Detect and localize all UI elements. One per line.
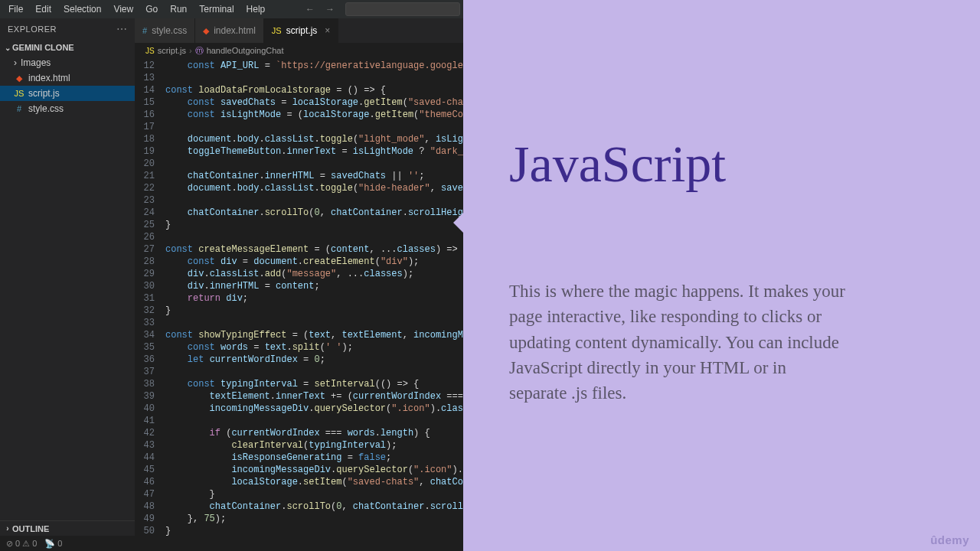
code-editor[interactable]: 1213141516171819202122232425262728293031… <box>135 58 463 551</box>
slide-body: This is where the magic happens. It make… <box>509 279 846 406</box>
menu-edit[interactable]: Edit <box>30 2 57 17</box>
tab-style-css[interactable]: # style.css <box>135 18 195 43</box>
breadcrumb-file: script.js <box>158 46 186 55</box>
editor-area: # style.css ◆ index.html JS script.js × … <box>135 18 463 551</box>
close-tab-icon[interactable]: × <box>325 25 330 36</box>
tree-file-script-js[interactable]: JS script.js <box>0 86 135 101</box>
tree-file-style-css[interactable]: # style.css <box>0 101 135 116</box>
tab-index-html[interactable]: ◆ index.html <box>195 18 264 43</box>
css-file-icon: # <box>14 104 24 113</box>
explorer-more-icon[interactable]: ⋯ <box>116 23 128 35</box>
breadcrumb-symbol: handleOutgoingChat <box>207 46 284 55</box>
html-file-icon: ◆ <box>203 26 209 36</box>
chevron-down-icon: ⌄ <box>3 44 12 52</box>
js-file-icon: JS <box>14 89 24 98</box>
menu-view[interactable]: View <box>108 2 139 17</box>
js-file-icon: JS <box>272 26 282 35</box>
tree-item-label: script.js <box>28 88 60 99</box>
slide-panel: JavaScript This is where the magic happe… <box>463 0 980 551</box>
menu-run[interactable]: Run <box>165 2 192 17</box>
menu-selection[interactable]: Selection <box>58 2 106 17</box>
tree-item-label: index.html <box>28 73 70 83</box>
tab-label: style.css <box>152 25 187 36</box>
menu-go[interactable]: Go <box>140 2 163 17</box>
nav-forward-icon[interactable]: → <box>322 4 338 15</box>
slide-title: JavaScript <box>509 134 934 194</box>
tree-item-label: style.css <box>28 103 64 114</box>
tree-folder-images[interactable]: › Images <box>0 55 135 70</box>
breadcrumb[interactable]: JS script.js › ⓜ handleOutgoingChat <box>135 43 463 58</box>
project-name: GEMINI CLONE <box>12 43 74 52</box>
tab-label: index.html <box>214 25 256 36</box>
tab-script-js[interactable]: JS script.js × <box>264 18 339 43</box>
pointer-arrow-icon <box>453 212 464 233</box>
chevron-right-icon: › <box>14 57 17 68</box>
statusbar: ⊘ 0 ⚠ 0 📡 0 <box>0 536 463 551</box>
explorer-sidebar: EXPLORER ⋯ ⌄ GEMINI CLONE › Images ◆ ind… <box>0 18 135 551</box>
tree-file-index-html[interactable]: ◆ index.html <box>0 70 135 86</box>
tab-label: script.js <box>286 25 318 36</box>
command-center-input[interactable] <box>345 2 460 16</box>
html-file-icon: ◆ <box>14 73 24 83</box>
vscode-window: File Edit Selection View Go Run Terminal… <box>0 0 463 551</box>
explorer-title: EXPLORER <box>8 24 57 34</box>
status-ports[interactable]: 📡 0 <box>44 539 62 549</box>
js-file-icon: JS <box>145 47 155 55</box>
tab-bar: # style.css ◆ index.html JS script.js × <box>135 18 463 43</box>
udemy-watermark: ûdemy <box>930 533 969 546</box>
css-file-icon: # <box>142 26 147 35</box>
status-errors[interactable]: ⊘ 0 ⚠ 0 <box>6 539 37 549</box>
code-content[interactable]: const API_URL = `https://generativelangu… <box>162 58 463 551</box>
nav-back-icon[interactable]: ← <box>302 4 318 15</box>
menubar: File Edit Selection View Go Run Terminal… <box>0 0 463 18</box>
chevron-right-icon: › <box>3 524 12 533</box>
menu-terminal[interactable]: Terminal <box>194 2 239 17</box>
tree-item-label: Images <box>21 57 51 68</box>
chevron-right-icon: › <box>189 46 192 55</box>
line-number-gutter: 1213141516171819202122232425262728293031… <box>135 58 162 551</box>
file-tree: › Images ◆ index.html JS script.js # sty… <box>0 55 135 520</box>
outline-section-header[interactable]: › OUTLINE <box>0 520 135 536</box>
menu-file[interactable]: File <box>3 2 28 17</box>
method-icon: ⓜ <box>195 45 204 57</box>
project-section-header[interactable]: ⌄ GEMINI CLONE <box>0 40 135 55</box>
outline-label: OUTLINE <box>12 524 49 533</box>
menu-help[interactable]: Help <box>241 2 271 17</box>
